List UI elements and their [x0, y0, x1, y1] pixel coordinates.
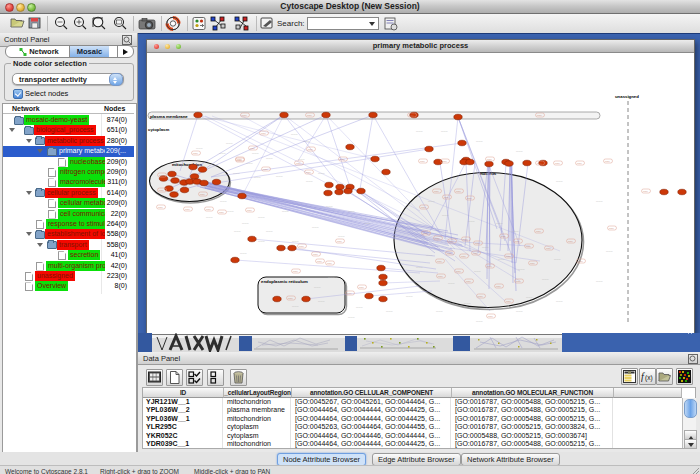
svg-text:xxxxxx: xxxxxx — [276, 175, 283, 177]
svg-text:xxxxxx: xxxxxx — [428, 200, 435, 202]
svg-text:xxxxxx: xxxxxx — [282, 210, 289, 212]
svg-text:xxxxxx: xxxxxx — [328, 276, 335, 278]
svg-text:xxxxxx: xxxxxx — [416, 130, 423, 132]
svg-text:xxxxxx: xxxxxx — [206, 216, 213, 218]
svg-text:xxxx: xxxx — [317, 260, 322, 262]
svg-text:xxxxxx: xxxxxx — [596, 280, 603, 282]
svg-text:(x): (x) — [645, 374, 653, 382]
svg-text:xxxxxx: xxxxxx — [476, 320, 483, 322]
svg-text:endoplasmic reticulum: endoplasmic reticulum — [261, 279, 308, 284]
svg-text:xxxxxx: xxxxxx — [266, 157, 273, 159]
svg-text:xxxxxx: xxxxxx — [240, 252, 247, 254]
svg-text:xxxx: xxxx — [293, 270, 298, 272]
svg-text:xxxx: xxxx — [158, 206, 163, 208]
svg-text:xxxxxx: xxxxxx — [406, 295, 413, 297]
svg-text:xxxxxx: xxxxxx — [526, 296, 533, 298]
svg-text:xxxxxx: xxxxxx — [512, 230, 519, 232]
svg-text:xxxx: xxxx — [327, 262, 332, 264]
svg-text:xxxxxx: xxxxxx — [220, 200, 227, 202]
svg-text:xxxxxx: xxxxxx — [252, 152, 259, 154]
svg-text:xxxx: xxxx — [605, 160, 610, 162]
svg-text:xxxxxx: xxxxxx — [306, 180, 313, 182]
svg-text:xxxxxx: xxxxxx — [482, 246, 489, 248]
svg-text:xxxxxx: xxxxxx — [464, 302, 471, 304]
svg-text:xxxxxx: xxxxxx — [542, 278, 549, 280]
svg-text:xxxx: xxxx — [185, 208, 190, 210]
svg-text:xxxxxx: xxxxxx — [448, 282, 455, 284]
svg-text:xxxxxx: xxxxxx — [291, 133, 298, 135]
svg-text:xxxxxx: xxxxxx — [494, 308, 501, 310]
svg-text:xxxx: xxxx — [299, 245, 304, 247]
svg-text:xxxxxx: xxxxxx — [348, 210, 355, 212]
svg-text:xxxx: xxxx — [487, 158, 492, 160]
svg-text:xxxx: xxxx — [337, 240, 342, 242]
svg-text:xxxxxx: xxxxxx — [258, 216, 265, 218]
svg-text:xxxx: xxxx — [247, 209, 252, 211]
svg-text:xxxx: xxxx — [578, 260, 583, 262]
svg-text:xxxxxx: xxxxxx — [364, 222, 371, 224]
svg-text:xxxxxx: xxxxxx — [441, 130, 448, 132]
svg-text:xxxxxx: xxxxxx — [476, 140, 483, 142]
svg-text:xxxx: xxxx — [359, 286, 364, 288]
svg-text:xxxxxx: xxxxxx — [596, 200, 603, 202]
svg-text:xxxxxx: xxxxxx — [426, 254, 433, 256]
svg-text:xxxxxx: xxxxxx — [219, 152, 226, 154]
svg-text:plasma membrane: plasma membrane — [150, 114, 188, 119]
svg-text:xxxxxx: xxxxxx — [516, 150, 523, 152]
svg-text:xxxxxx: xxxxxx — [246, 162, 253, 164]
svg-text:xxxx: xxxx — [442, 160, 447, 162]
svg-text:xxxxxx: xxxxxx — [468, 220, 475, 222]
svg-text:xxxxxx: xxxxxx — [554, 258, 561, 260]
svg-text:xxxxxx: xxxxxx — [338, 235, 345, 237]
svg-text:xxxxxx: xxxxxx — [436, 310, 443, 312]
svg-text:xxxxxx: xxxxxx — [292, 305, 299, 307]
svg-text:xxxxxx: xxxxxx — [556, 180, 563, 182]
svg-text:xxxx: xxxx — [206, 208, 211, 210]
svg-text:xxxx: xxxx — [193, 152, 198, 154]
svg-text:xxxxxx: xxxxxx — [266, 230, 273, 232]
svg-text:xxxxxx: xxxxxx — [318, 300, 325, 302]
svg-text:xxxxxx: xxxxxx — [356, 306, 363, 308]
svg-text:xxxxxx: xxxxxx — [303, 140, 310, 142]
svg-text:xxxxxx: xxxxxx — [416, 266, 423, 268]
svg-text:xxxxxx: xxxxxx — [516, 310, 523, 312]
svg-text:xxxxxx: xxxxxx — [556, 300, 563, 302]
svg-text:cytoplasm: cytoplasm — [148, 127, 169, 132]
svg-text:xxxxxx: xxxxxx — [442, 214, 449, 216]
svg-text:xxxxxx: xxxxxx — [298, 158, 305, 160]
svg-text:unassigned: unassigned — [615, 94, 639, 99]
svg-text:xxxxxx: xxxxxx — [314, 286, 321, 288]
svg-text:xxxx: xxxx — [237, 159, 242, 161]
svg-text:xxxxxx: xxxxxx — [348, 316, 355, 318]
svg-text:xxxx: xxxx — [306, 171, 311, 173]
svg-text:xxxxxx: xxxxxx — [518, 268, 525, 270]
svg-text:xxxxxx: xxxxxx — [226, 142, 233, 144]
svg-text:xxxx: xxxx — [219, 211, 224, 213]
svg-text:xxxxxx: xxxxxx — [227, 210, 234, 212]
svg-text:xxxxxx: xxxxxx — [474, 270, 481, 272]
svg-text:mitochondrion: mitochondrion — [172, 162, 202, 167]
svg-text:xxxx: xxxx — [420, 160, 425, 162]
svg-text:xxxx: xxxx — [313, 253, 318, 255]
svg-text:xxxxxx: xxxxxx — [242, 222, 249, 224]
svg-text:xxxxxx: xxxxxx — [292, 240, 299, 242]
svg-text:xxxx: xxxx — [609, 227, 614, 229]
svg-text:xxxx: xxxx — [643, 190, 648, 192]
svg-text:xxxxxx: xxxxxx — [498, 258, 505, 260]
svg-text:xxxx: xxxx — [577, 162, 582, 164]
svg-text:xxxxxx: xxxxxx — [196, 147, 203, 149]
svg-text:xxxxxx: xxxxxx — [254, 176, 261, 178]
svg-text:xxxx: xxxx — [555, 162, 560, 164]
svg-text:xxxxxx: xxxxxx — [312, 226, 319, 228]
svg-text:xxxxxx: xxxxxx — [233, 172, 240, 174]
svg-text:xxxx: xxxx — [488, 315, 493, 317]
svg-text:xxxxxx: xxxxxx — [496, 222, 503, 224]
svg-text:xxxxxx: xxxxxx — [606, 250, 613, 252]
svg-text:xxxxxx: xxxxxx — [326, 205, 333, 207]
svg-text:xxxxxx: xxxxxx — [386, 310, 393, 312]
svg-text:xxxxxx: xxxxxx — [258, 240, 265, 242]
svg-text:xxxx: xxxx — [308, 148, 313, 150]
svg-text:xxxxxx: xxxxxx — [234, 230, 241, 232]
svg-text:xxxxxx: xxxxxx — [318, 172, 325, 174]
svg-text:xxxx: xxxx — [261, 132, 266, 134]
